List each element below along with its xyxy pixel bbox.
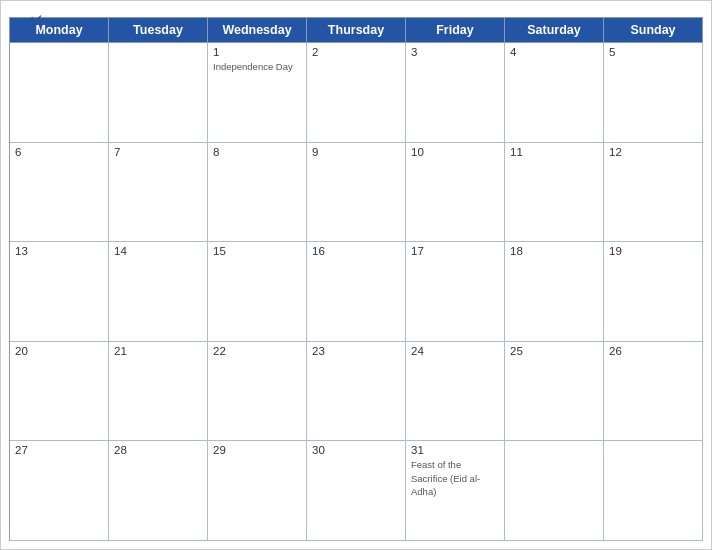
table-row: 16 [307, 242, 406, 342]
day-number: 11 [510, 146, 598, 158]
table-row: 30 [307, 441, 406, 541]
table-row: 28 [109, 441, 208, 541]
logo-bird-icon [19, 13, 43, 31]
day-number: 12 [609, 146, 697, 158]
day-number: 21 [114, 345, 202, 357]
table-row: 15 [208, 242, 307, 342]
table-row: 23 [307, 342, 406, 442]
header-saturday: Saturday [505, 18, 604, 43]
table-row [604, 441, 703, 541]
day-number: 24 [411, 345, 499, 357]
table-row: 10 [406, 143, 505, 243]
table-row: 26 [604, 342, 703, 442]
week-row-1: 1Independence Day2345 [10, 43, 703, 143]
holiday-text: Independence Day [213, 61, 293, 72]
day-number: 26 [609, 345, 697, 357]
table-row: 5 [604, 43, 703, 143]
week-row-2: 6789101112 [10, 143, 703, 243]
week-row-3: 13141516171819 [10, 242, 703, 342]
day-number: 20 [15, 345, 103, 357]
day-number: 15 [213, 245, 301, 257]
table-row: 4 [505, 43, 604, 143]
table-row: 13 [10, 242, 109, 342]
day-number: 28 [114, 444, 202, 456]
calendar-grid: Monday Tuesday Wednesday Thursday Friday… [9, 17, 703, 541]
table-row: 24 [406, 342, 505, 442]
calendar-header [1, 1, 711, 17]
table-row: 31Feast of the Sacrifice (Eid al-Adha) [406, 441, 505, 541]
day-number: 23 [312, 345, 400, 357]
calendar-container: Monday Tuesday Wednesday Thursday Friday… [0, 0, 712, 550]
holiday-text: Feast of the Sacrifice (Eid al-Adha) [411, 459, 480, 497]
day-number: 19 [609, 245, 697, 257]
day-number: 27 [15, 444, 103, 456]
table-row [505, 441, 604, 541]
header-sunday: Sunday [604, 18, 703, 43]
day-number: 18 [510, 245, 598, 257]
table-row: 3 [406, 43, 505, 143]
table-row: 22 [208, 342, 307, 442]
header-wednesday: Wednesday [208, 18, 307, 43]
table-row: 20 [10, 342, 109, 442]
table-row: 25 [505, 342, 604, 442]
week-row-4: 20212223242526 [10, 342, 703, 442]
day-number: 25 [510, 345, 598, 357]
day-number: 13 [15, 245, 103, 257]
day-number: 29 [213, 444, 301, 456]
table-row: 18 [505, 242, 604, 342]
table-row: 1Independence Day [208, 43, 307, 143]
table-row: 29 [208, 441, 307, 541]
table-row: 14 [109, 242, 208, 342]
week-row-5: 2728293031Feast of the Sacrifice (Eid al… [10, 441, 703, 541]
table-row [10, 43, 109, 143]
table-row: 12 [604, 143, 703, 243]
table-row: 19 [604, 242, 703, 342]
day-number: 17 [411, 245, 499, 257]
day-number: 9 [312, 146, 400, 158]
day-number: 5 [609, 46, 697, 58]
day-number: 8 [213, 146, 301, 158]
day-number: 7 [114, 146, 202, 158]
header-friday: Friday [406, 18, 505, 43]
day-number: 3 [411, 46, 499, 58]
table-row: 27 [10, 441, 109, 541]
day-number: 14 [114, 245, 202, 257]
day-number: 31 [411, 444, 499, 456]
header-thursday: Thursday [307, 18, 406, 43]
table-row: 11 [505, 143, 604, 243]
table-row: 8 [208, 143, 307, 243]
day-number: 4 [510, 46, 598, 58]
table-row: 17 [406, 242, 505, 342]
header-tuesday: Tuesday [109, 18, 208, 43]
day-number: 16 [312, 245, 400, 257]
table-row: 2 [307, 43, 406, 143]
table-row: 7 [109, 143, 208, 243]
table-row: 6 [10, 143, 109, 243]
day-number: 6 [15, 146, 103, 158]
day-number: 30 [312, 444, 400, 456]
table-row: 21 [109, 342, 208, 442]
table-row [109, 43, 208, 143]
day-number: 1 [213, 46, 301, 58]
day-number: 10 [411, 146, 499, 158]
day-number: 22 [213, 345, 301, 357]
day-number: 2 [312, 46, 400, 58]
calendar-weeks: 1Independence Day23456789101112131415161… [10, 43, 703, 541]
day-headers: Monday Tuesday Wednesday Thursday Friday… [10, 18, 703, 43]
table-row: 9 [307, 143, 406, 243]
